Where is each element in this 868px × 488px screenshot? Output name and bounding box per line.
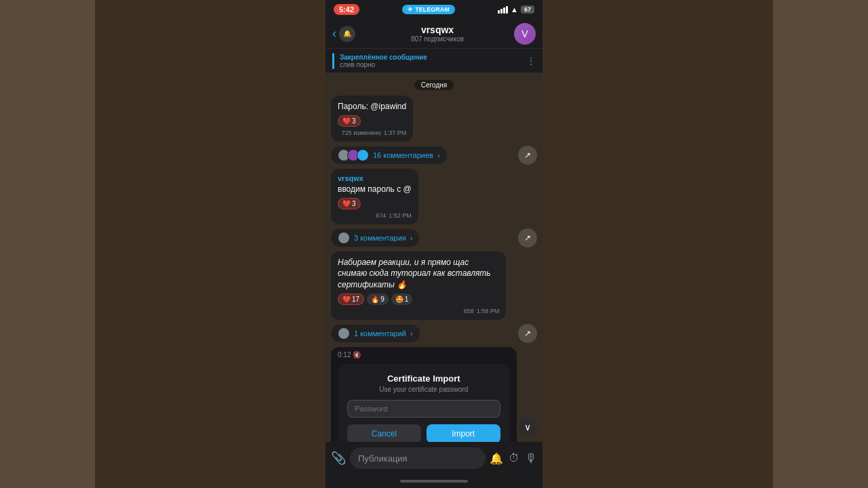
message-input-bar: 📎 Публикация 🔔 ⏱ 🎙 xyxy=(326,442,542,474)
message-3: Набираем реакции, и я прямо щас снимаю с… xyxy=(331,251,506,320)
video-overlay: 0:12 🔇 Certificate Import Use your certi… xyxy=(331,347,517,442)
comment-avatars-2 xyxy=(338,232,350,244)
pinned-content: Закреплённое сообщение слив порно xyxy=(340,54,526,68)
message-2-text: вводим пароль с @ xyxy=(338,184,412,195)
pinned-text: слив порно xyxy=(340,61,526,68)
reaction-count-fire: 9 xyxy=(380,296,384,303)
comment-avatar-5 xyxy=(338,327,350,340)
message-3-reactions: ❤️ 17 🔥 9 🤩 1 xyxy=(338,293,499,305)
message-3-text: Набираем реакции, и я прямо щас снимаю с… xyxy=(338,257,499,291)
signal-bar-4 xyxy=(506,6,508,14)
input-placeholder: Публикация xyxy=(358,453,408,464)
sender-name-2: vrsqwx xyxy=(338,174,412,182)
notification-button[interactable]: 🔔 xyxy=(339,26,355,42)
channel-header: ‹ 🔔 vrsqwx 807 подписчиков V xyxy=(326,19,542,49)
message-3-time: 1:58 PM xyxy=(477,308,500,314)
comment-row-1-container: 16 комментариев › ↗ xyxy=(331,146,537,165)
avatar-letter: V xyxy=(521,28,528,39)
comment-row-3[interactable]: 1 комментарий › xyxy=(331,325,420,342)
mic-button[interactable]: 🎙 xyxy=(525,451,537,466)
comment-row-1[interactable]: 16 комментариев › xyxy=(331,146,447,164)
comment-chevron-3: › xyxy=(410,329,413,338)
cert-cancel-button[interactable]: Cancel xyxy=(347,424,421,442)
telegram-badge: TELEGRAM xyxy=(402,5,455,14)
comment-avatars-1 xyxy=(338,149,369,161)
message-2: vrsqwx вводим пароль с @ ❤️ 3 674 1:52 P… xyxy=(331,169,418,224)
status-bar: 5:42 TELEGRAM ▲ 67 xyxy=(326,0,542,19)
pinned-menu-icon[interactable]: ⋮ xyxy=(526,56,536,66)
cert-import-button[interactable]: Import xyxy=(427,424,500,442)
message-1: Пароль: @ipawind ❤️ 3 725 изменено 1:37 … xyxy=(331,96,413,142)
message-1-reactions: ❤️ 3 xyxy=(338,115,406,127)
attach-button[interactable]: 📎 xyxy=(331,451,346,466)
comment-count-2: 3 комментария xyxy=(354,234,406,242)
status-right: ▲ 67 xyxy=(498,5,534,14)
clock-icon[interactable]: ⏱ xyxy=(509,452,519,464)
phone-frame: 5:42 TELEGRAM ▲ 67 ‹ 🔔 vrsqwx 807 подпис… xyxy=(326,0,542,488)
share-button-1[interactable]: ↗ xyxy=(518,146,537,165)
comment-avatar-4 xyxy=(338,232,350,244)
comment-count-3: 1 комментарий xyxy=(354,329,406,338)
battery-level: 67 xyxy=(521,5,534,14)
message-input[interactable]: Публикация xyxy=(350,447,486,469)
cert-modal: Certificate Import Use your certificate … xyxy=(338,364,510,442)
video-time: 0:12 🔇 xyxy=(338,351,510,359)
wifi-icon: ▲ xyxy=(511,5,518,14)
bell-icon[interactable]: 🔔 xyxy=(490,452,503,465)
message-1-time: 1:37 PM xyxy=(384,129,407,136)
input-actions: 🔔 ⏱ 🎙 xyxy=(490,451,537,466)
signal-bar-2 xyxy=(500,9,502,14)
channel-name: vrsqwx xyxy=(361,24,514,35)
comment-avatars-3 xyxy=(338,327,350,340)
reaction-fire-3[interactable]: 🔥 9 xyxy=(367,293,389,305)
message-1-views: 725 изменено xyxy=(342,129,381,136)
comment-avatar-3 xyxy=(357,149,369,161)
reaction-count-2: 3 xyxy=(352,200,356,207)
share-button-3[interactable]: ↗ xyxy=(518,324,537,343)
chat-content: Сегодня Пароль: @ipawind ❤️ 3 725 измене… xyxy=(326,73,542,442)
reaction-star-3[interactable]: 🤩 1 xyxy=(391,293,413,305)
pinned-indicator xyxy=(332,53,334,69)
date-divider: Сегодня xyxy=(331,80,537,90)
reaction-count-3: 17 xyxy=(352,296,359,303)
message-2-time: 1:52 PM xyxy=(389,212,412,219)
comment-chevron-2: › xyxy=(410,234,413,242)
message-1-text: Пароль: @ipawind xyxy=(338,101,406,113)
pinned-title: Закреплённое сообщение xyxy=(340,54,526,61)
home-indicator xyxy=(326,474,542,488)
date-badge: Сегодня xyxy=(414,80,454,90)
left-panel xyxy=(95,0,326,488)
right-panel xyxy=(542,0,773,488)
reaction-count: 3 xyxy=(352,117,356,125)
status-time: 5:42 xyxy=(334,4,359,15)
pinned-bar[interactable]: Закреплённое сообщение слив порно ⋮ xyxy=(326,49,542,73)
message-3-views: 658 xyxy=(464,308,474,314)
reaction-heart-2[interactable]: ❤️ 3 xyxy=(338,198,361,209)
message-2-meta: 674 1:52 PM xyxy=(338,212,412,219)
comment-row-2[interactable]: 3 комментария › xyxy=(331,229,419,247)
message-2-reactions: ❤️ 3 xyxy=(338,198,412,209)
cert-password-input[interactable] xyxy=(347,400,500,418)
message-1-meta: 725 изменено 1:37 PM xyxy=(338,129,406,136)
reaction-heart-3[interactable]: ❤️ 17 xyxy=(338,293,364,305)
chat-area: Сегодня Пароль: @ipawind ❤️ 3 725 измене… xyxy=(326,73,542,442)
signal-bar-1 xyxy=(498,10,500,14)
channel-info: vrsqwx 807 подписчиков xyxy=(361,24,514,43)
signal-bar-3 xyxy=(503,7,505,14)
back-button[interactable]: ‹ xyxy=(332,26,336,41)
message-3-meta: 658 1:58 PM xyxy=(338,308,499,314)
cert-buttons: Cancel Import xyxy=(347,424,500,442)
cert-modal-title: Certificate Import xyxy=(347,373,500,384)
reaction-count-star: 1 xyxy=(405,296,409,303)
reaction-heart-1[interactable]: ❤️ 3 xyxy=(338,115,361,127)
comment-chevron-1: › xyxy=(437,151,440,159)
home-bar xyxy=(400,480,468,483)
share-button-2[interactable]: ↗ xyxy=(518,228,537,247)
channel-subscribers: 807 подписчиков xyxy=(361,35,514,43)
comment-row-2-container: 3 комментария › ↗ xyxy=(331,228,537,247)
signal-bars xyxy=(498,6,508,14)
message-2-views: 674 xyxy=(376,212,386,219)
cert-modal-subtitle: Use your certificate password xyxy=(347,386,500,393)
comment-count-1: 16 комментариев xyxy=(373,151,433,159)
channel-avatar[interactable]: V xyxy=(514,23,536,45)
